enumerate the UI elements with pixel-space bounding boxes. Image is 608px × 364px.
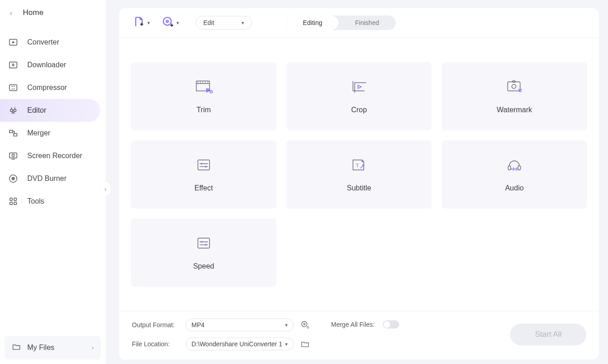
open-folder-button[interactable] [300,339,310,349]
merge-toggle[interactable] [383,320,399,329]
add-disc-dropdown[interactable]: ▾ [162,16,179,30]
chevron-right-icon: › [92,344,94,351]
svg-point-33 [201,241,202,243]
svg-rect-32 [198,238,209,248]
my-files-button[interactable]: My Files › [5,336,101,359]
sidebar-item-label: Downloader [27,61,66,69]
edit-mode-select[interactable]: Edit ▾ [196,16,252,30]
sidebar-item-downloader[interactable]: Downloader [0,54,100,76]
my-files-label: My Files [27,344,55,352]
crop-icon [350,79,368,95]
add-file-icon [133,16,145,30]
tile-subtitle[interactable]: T Subtitle [286,140,432,209]
chevron-left-icon: ‹ [105,186,106,192]
svg-rect-31 [518,166,520,170]
sidebar-item-label: Screen Recorder [27,152,82,160]
sidebar-item-editor[interactable]: Editor [0,99,100,122]
audio-icon [505,157,523,173]
svg-rect-6 [10,130,13,133]
folder-icon [12,342,21,353]
add-file-dropdown[interactable]: ▾ [133,16,150,30]
svg-rect-30 [508,166,511,170]
svg-rect-16 [14,202,17,205]
sidebar-item-label: Editor [27,106,46,115]
chevron-down-icon: ▾ [285,341,288,347]
sidebar-item-label: Converter [27,38,59,46]
tile-trim[interactable]: Trim [131,62,276,130]
main: ▾ ▾ Edit ▾ Editing Finished [106,0,608,364]
svg-point-28 [205,166,207,168]
svg-rect-3 [10,85,17,91]
tile-label: Watermark [497,106,532,114]
sidebar-item-label: Merger [27,129,50,137]
svg-point-27 [201,163,202,165]
compressor-icon [8,83,18,93]
sidebar-item-label: Compressor [27,84,67,92]
downloader-icon [8,60,18,70]
screen-recorder-icon [8,151,18,161]
home-link[interactable]: ‹ Home [0,0,106,25]
tool-grid: Trim Crop Watermark Effect [119,38,599,296]
svg-point-9 [12,154,15,157]
sidebar-item-screen-recorder[interactable]: Screen Recorder [0,145,100,167]
footer: Output Format: MP4 ▾ File Location: D:\W… [119,311,599,359]
file-location-value: D:\Wondershare UniConverter 1 [191,340,282,348]
svg-point-21 [210,90,212,93]
tile-crop[interactable]: Crop [286,62,432,130]
tile-audio[interactable]: Audio [442,140,587,209]
merge-label: Merge All Files: [331,321,375,328]
sidebar-item-tools[interactable]: Tools [0,190,100,213]
output-settings-button[interactable] [300,320,310,330]
nav: Converter Downloader Compressor Editor M… [0,25,106,331]
svg-point-36 [304,324,305,325]
sidebar-item-dvd-burner[interactable]: DVD Burner [0,167,100,190]
chevron-down-icon: ▾ [147,20,150,26]
tile-label: Speed [193,262,214,270]
svg-point-17 [163,17,171,25]
subtitle-icon: T [350,157,368,173]
svg-rect-7 [14,134,17,136]
svg-point-24 [512,85,516,89]
file-location-select[interactable]: D:\Wondershare UniConverter 1 ▾ [186,338,294,350]
start-all-button[interactable]: Start All [510,324,586,345]
toolbar: ▾ ▾ Edit ▾ Editing Finished [119,8,599,38]
output-format-label: Output Format: [132,321,179,329]
speed-icon [195,235,213,251]
sidebar-item-compressor[interactable]: Compressor [0,76,100,99]
tile-label: Audio [505,184,524,192]
sidebar: ‹ Home Converter Downloader Compressor [0,0,106,364]
file-location-label: File Location: [132,340,179,348]
svg-point-18 [166,20,168,22]
effect-icon [195,157,213,173]
add-disc-icon [162,16,174,30]
trim-icon [195,79,213,95]
tile-label: Trim [196,106,211,114]
tile-effect[interactable]: Effect [131,140,276,209]
sidebar-item-converter[interactable]: Converter [0,31,100,54]
panel: ▾ ▾ Edit ▾ Editing Finished [119,8,599,359]
chevron-down-icon: ▾ [285,322,288,328]
tab-finished[interactable]: Finished [339,15,396,30]
sidebar-item-label: DVD Burner [27,175,66,183]
svg-rect-13 [10,198,13,201]
status-tabs: Editing Finished [286,15,396,30]
chevron-down-icon: ▾ [176,20,179,26]
tile-speed[interactable]: Speed [131,219,276,287]
editor-icon [8,105,18,115]
svg-rect-14 [14,198,17,201]
tools-icon [8,196,18,206]
output-format-value: MP4 [191,321,205,329]
output-format-select[interactable]: MP4 ▾ [186,319,294,331]
tile-label: Subtitle [347,184,371,192]
sidebar-item-merger[interactable]: Merger [0,122,100,145]
svg-rect-25 [513,80,515,82]
tile-watermark[interactable]: Watermark [442,62,587,130]
svg-point-5 [14,109,16,112]
svg-marker-1 [12,41,15,44]
svg-point-34 [205,244,207,246]
svg-point-35 [302,322,307,327]
dvd-burner-icon [8,174,18,184]
collapse-sidebar-button[interactable]: ‹ [100,182,111,196]
converter-icon [8,37,18,47]
tab-editing[interactable]: Editing [286,15,339,30]
